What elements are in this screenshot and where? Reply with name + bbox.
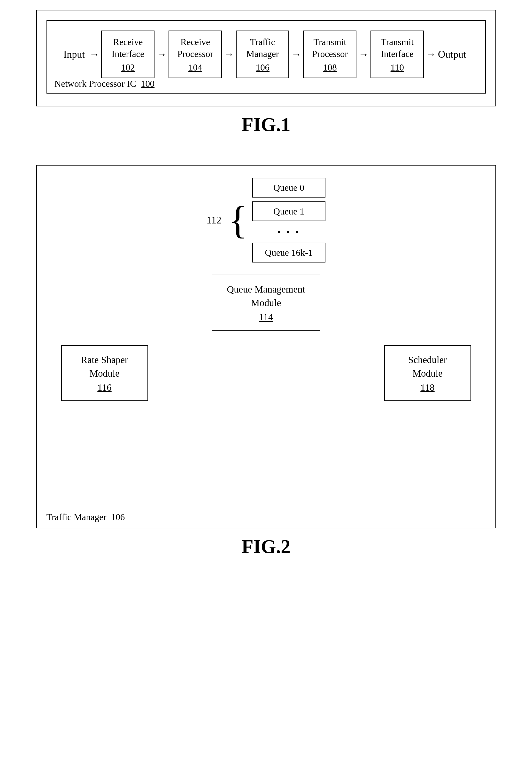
scheduler-label: SchedulerModule <box>397 353 458 380</box>
fig1-caption-number: 100 <box>141 78 154 89</box>
block-label-transmit-interface: TransmitInterface <box>381 36 414 60</box>
block-receive-interface: ReceiveInterface 102 <box>101 31 154 78</box>
rate-shaper-number: 116 <box>74 382 135 393</box>
qmm-section: Queue ManagementModule 114 <box>51 274 481 331</box>
block-transmit-interface: TransmitInterface 110 <box>371 31 424 78</box>
queue-last-label: Queue 16k-1 <box>265 248 312 258</box>
scheduler-block: SchedulerModule 118 <box>384 345 471 401</box>
fig1-inner-caption: Network Processor IC 100 <box>54 78 155 89</box>
arrow-output: → <box>426 49 436 60</box>
fig1-title: FIG.1 <box>36 114 496 136</box>
block-number-receive-processor: 104 <box>188 62 202 73</box>
queues-list: Queue 0 Queue 1 • • • Queue 16k-1 <box>252 178 325 263</box>
queues-section: 112 { Queue 0 Queue 1 • • • Queue 16k-1 <box>51 178 481 263</box>
bottom-modules: Rate ShaperModule 116 SchedulerModule 11… <box>51 345 481 401</box>
queue-1-label: Queue 1 <box>273 206 305 216</box>
fig2-title: FIG.2 <box>36 536 496 558</box>
block-number-transmit-processor: 108 <box>323 62 337 73</box>
block-number-transmit-interface: 110 <box>391 62 404 73</box>
fig2-caption: Traffic Manager 106 <box>46 512 125 522</box>
scheduler-number: 118 <box>397 382 458 393</box>
queue-0-label: Queue 0 <box>273 182 305 193</box>
queue-last-block: Queue 16k-1 <box>252 243 325 263</box>
qmm-label: Queue ManagementModule <box>227 282 305 310</box>
fig2-container: 112 { Queue 0 Queue 1 • • • Queue 16k-1 … <box>36 165 496 572</box>
fig1-diagram: Input → ReceiveInterface 102 → ReceivePr… <box>36 10 496 106</box>
block-number-traffic-manager: 106 <box>256 62 270 73</box>
brace-label-group: 112 { <box>207 201 252 240</box>
arrow-4: → <box>358 49 369 60</box>
dots: • • • <box>252 225 325 239</box>
arrow-2: → <box>224 49 234 60</box>
fig1-inner-box: Input → ReceiveInterface 102 → ReceivePr… <box>46 20 486 94</box>
queue-1-block: Queue 1 <box>252 201 325 221</box>
arrow-1: → <box>156 49 167 60</box>
brace-number: 112 <box>207 214 221 226</box>
output-label: Output <box>438 49 466 60</box>
block-transmit-processor: TransmitProcessor 108 <box>303 31 356 78</box>
block-label-receive-processor: ReceiveProcessor <box>177 36 213 60</box>
arrow-input: → <box>89 49 99 60</box>
block-label-transmit-processor: TransmitProcessor <box>312 36 348 60</box>
fig2-caption-text: Traffic Manager <box>46 512 107 522</box>
fig2-caption-number: 106 <box>111 512 125 522</box>
rate-shaper-block: Rate ShaperModule 116 <box>61 345 148 401</box>
input-label: Input <box>63 49 85 60</box>
fig1-caption-text: Network Processor IC <box>54 78 136 89</box>
fig1-container: Input → ReceiveInterface 102 → ReceivePr… <box>36 10 496 150</box>
fig1-flow: Input → ReceiveInterface 102 → ReceivePr… <box>57 31 475 78</box>
fig2-diagram: 112 { Queue 0 Queue 1 • • • Queue 16k-1 … <box>36 165 496 528</box>
block-traffic-manager: TrafficManager 106 <box>236 31 289 78</box>
block-label-receive-interface: ReceiveInterface <box>112 36 144 60</box>
queue-0-block: Queue 0 <box>252 178 325 197</box>
qmm-block: Queue ManagementModule 114 <box>212 274 320 331</box>
rate-shaper-label: Rate ShaperModule <box>74 353 135 380</box>
arrow-3: → <box>291 49 301 60</box>
left-brace: { <box>228 201 247 240</box>
block-receive-processor: ReceiveProcessor 104 <box>169 31 222 78</box>
qmm-number: 114 <box>227 311 305 323</box>
block-number-receive-interface: 102 <box>121 62 135 73</box>
block-label-traffic-manager: TrafficManager <box>246 36 279 60</box>
